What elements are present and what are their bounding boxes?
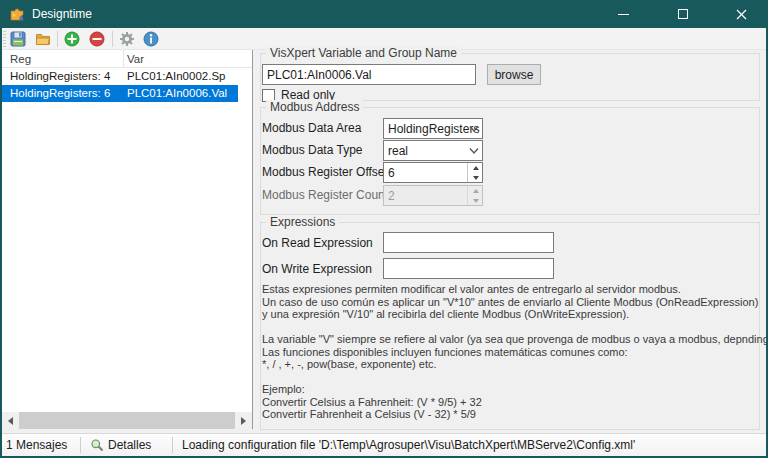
open-button[interactable] (33, 29, 53, 49)
detail-panel: VisXpert Variable and Group Name browse … (253, 50, 766, 433)
help-line: Las funciones disponibles incluyen funci… (262, 346, 756, 359)
cell-reg: HoldingRegisters: 4 (10, 70, 110, 82)
app-window: Designtime (0, 0, 768, 458)
scroll-right-icon (241, 417, 246, 425)
browse-button[interactable]: browse (487, 64, 541, 85)
cell-var: PLC01:AIn0006.Val (127, 87, 227, 99)
window-border (0, 0, 2, 458)
statusbar-separator (80, 437, 81, 453)
scroll-right-button[interactable] (235, 412, 252, 429)
close-icon (736, 9, 747, 20)
help-line: Convertir Fahrenheit a Celsius (V - 32) … (262, 408, 756, 421)
help-line: *, / , +, -, pow(base, exponente) etc. (262, 358, 756, 371)
on-read-expression-input[interactable] (383, 232, 554, 253)
help-line (262, 321, 756, 334)
spin-up-button[interactable] (468, 163, 483, 172)
info-button[interactable] (141, 29, 161, 49)
group-visxpert-title: VisXpert Variable and Group Name (266, 46, 461, 60)
down-arrow-icon (473, 199, 479, 203)
magnifier-icon (90, 438, 104, 452)
modbus-data-type-label: Modbus Data Type (262, 143, 363, 157)
register-list: Reg Var HoldingRegisters: 4 PLC01:AIn000… (2, 50, 253, 429)
list-row[interactable]: HoldingRegisters: 4 PLC01:AIn0002.Sp (2, 68, 238, 85)
details-label: Detalles (108, 438, 151, 452)
status-bar: 1 Mensajes Detalles Loading configuratio… (0, 433, 768, 456)
help-line: Un caso de uso común es aplicar un "V*10… (262, 296, 756, 309)
scrollbar-thumb[interactable] (19, 412, 235, 429)
spin-up-button (468, 186, 483, 195)
column-divider[interactable] (123, 50, 124, 68)
on-write-expression-input[interactable] (383, 258, 554, 279)
chevron-down-icon (469, 125, 479, 133)
scroll-left-icon (8, 417, 13, 425)
spinner-buttons (467, 163, 482, 182)
spinner-buttons (467, 186, 482, 205)
modbus-register-offset-label: Modbus Register Offset (262, 165, 388, 179)
column-header-var[interactable]: Var (127, 53, 144, 65)
modbus-data-area-label: Modbus Data Area (262, 121, 361, 135)
settings-gear-icon (119, 31, 135, 47)
open-folder-icon (35, 31, 51, 47)
spin-down-button (468, 196, 483, 205)
modbus-register-count-spinner: 2 (383, 185, 483, 206)
on-read-expression-label: On Read Expression (262, 236, 373, 250)
modbus-data-area-combo[interactable]: HoldingRegisters (383, 118, 483, 139)
chevron-down-icon (469, 147, 479, 155)
save-button[interactable] (8, 29, 28, 49)
help-line: Ejemplo: (262, 383, 756, 396)
cell-reg: HoldingRegisters: 6 (10, 87, 110, 99)
settings-button[interactable] (117, 29, 137, 49)
messages-button[interactable]: 1 Mensajes (6, 438, 67, 452)
messages-label: 1 Mensajes (6, 438, 67, 452)
group-modbus-title: Modbus Address (266, 100, 363, 114)
toolbar-separator (57, 31, 58, 47)
status-message: Loading configuration file 'D:\Temp\Agro… (182, 438, 635, 452)
modbus-register-offset-spinner[interactable]: 6 (383, 162, 483, 183)
status-message-text: Loading configuration file 'D:\Temp\Agro… (182, 438, 635, 452)
variable-name-input[interactable] (262, 64, 476, 85)
help-line: Convertir Celsius a Fahrenheit: (V * 9/5… (262, 396, 756, 409)
toolbar-gripper[interactable] (3, 31, 6, 47)
remove-button[interactable] (87, 29, 107, 49)
remove-minus-icon (89, 31, 105, 47)
help-line (262, 371, 756, 384)
scroll-left-button[interactable] (2, 412, 19, 429)
group-expressions-title: Expressions (266, 215, 339, 229)
minimize-button[interactable] (600, 0, 646, 28)
info-icon (143, 31, 159, 47)
list-row-selected[interactable]: HoldingRegisters: 6 PLC01:AIn0006.Val (2, 85, 238, 102)
on-write-expression-label: On Write Expression (262, 262, 372, 276)
help-line: Estas expresiones permiten modificar el … (262, 283, 756, 296)
maximize-button[interactable] (660, 0, 706, 28)
help-line: y una expresión "V/10" al recibirla del … (262, 308, 756, 321)
modbus-register-count-label: Modbus Register Count (262, 188, 388, 202)
puzzle-icon (9, 6, 25, 22)
expressions-help-text: Estas expresiones permiten modificar el … (262, 283, 756, 421)
combo-value: HoldingRegisters (388, 122, 479, 136)
spinner-value: 6 (388, 166, 395, 180)
horizontal-scrollbar[interactable] (2, 412, 252, 429)
up-arrow-icon (473, 166, 479, 170)
save-floppy-icon (10, 31, 26, 47)
down-arrow-icon (473, 176, 479, 180)
window-title: Designtime (32, 7, 92, 21)
minimize-icon (618, 14, 629, 15)
details-button[interactable]: Detalles (90, 438, 151, 452)
add-button[interactable] (62, 29, 82, 49)
toolbar-separator (112, 31, 113, 47)
statusbar-separator (172, 437, 173, 453)
help-line: La variable "V" siempre se refiere al va… (262, 333, 756, 346)
combo-value: real (388, 144, 408, 158)
maximize-icon (678, 9, 688, 19)
modbus-data-type-combo[interactable]: real (383, 140, 483, 161)
add-plus-icon (64, 31, 80, 47)
column-header-reg[interactable]: Reg (10, 53, 31, 65)
up-arrow-icon (473, 189, 479, 193)
spin-down-button[interactable] (468, 173, 483, 182)
title-bar[interactable]: Designtime (0, 0, 768, 28)
cell-var: PLC01:AIn0002.Sp (127, 70, 225, 82)
spinner-value: 2 (388, 189, 395, 203)
close-button[interactable] (718, 0, 764, 28)
list-header: Reg Var (2, 50, 252, 68)
